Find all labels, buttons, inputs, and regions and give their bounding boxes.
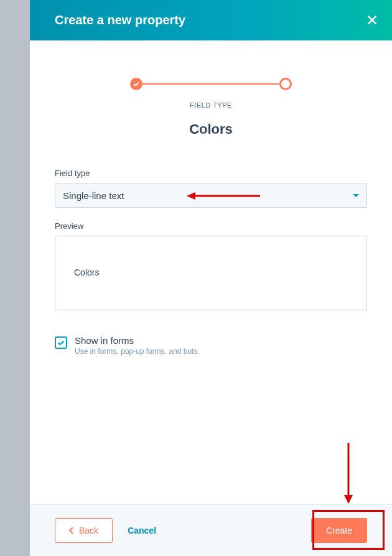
close-icon[interactable]: ✕: [366, 13, 378, 28]
backdrop: [0, 0, 30, 556]
show-in-forms-option: Show in forms Use in forms, pop-up forms…: [55, 335, 367, 356]
step-connector: [142, 83, 279, 85]
cancel-link[interactable]: Cancel: [128, 526, 156, 535]
step-label: FIELD TYPE: [55, 101, 367, 109]
chevron-left-icon: [69, 527, 74, 534]
modal-body: FIELD TYPE Colors Field type Single-line…: [30, 40, 392, 504]
show-in-forms-checkbox[interactable]: [55, 336, 67, 349]
step-basic-info-done[interactable]: [130, 78, 142, 90]
field-type-select[interactable]: Single-line text: [55, 183, 367, 208]
show-in-forms-text: Show in forms Use in forms, pop-up forms…: [75, 335, 200, 356]
property-name-heading: Colors: [55, 121, 367, 137]
modal-header: Create a new property ✕: [30, 0, 392, 40]
back-button-label: Back: [79, 526, 98, 535]
modal-footer: Back Cancel Create: [30, 504, 392, 556]
check-icon: [57, 338, 65, 347]
step-field-type-current[interactable]: [279, 78, 292, 90]
field-type-select-wrap: Single-line text: [55, 183, 367, 208]
show-in-forms-sublabel: Use in forms, pop-up forms, and bots.: [75, 347, 200, 356]
field-type-label: Field type: [55, 169, 367, 178]
modal-title: Create a new property: [55, 13, 185, 27]
field-type-value: Single-line text: [63, 190, 124, 201]
show-in-forms-label: Show in forms: [75, 335, 200, 346]
back-button[interactable]: Back: [55, 518, 113, 543]
create-property-modal: Create a new property ✕ FIELD TYPE Color…: [30, 0, 392, 556]
check-icon: [133, 80, 140, 88]
preview-box: Colors: [55, 236, 367, 310]
preview-value: Colors: [74, 267, 348, 277]
footer-left: Back Cancel: [55, 518, 156, 543]
stepper: [55, 78, 367, 90]
create-button[interactable]: Create: [311, 518, 367, 543]
preview-label: Preview: [55, 221, 367, 231]
chevron-down-icon: [353, 194, 359, 197]
